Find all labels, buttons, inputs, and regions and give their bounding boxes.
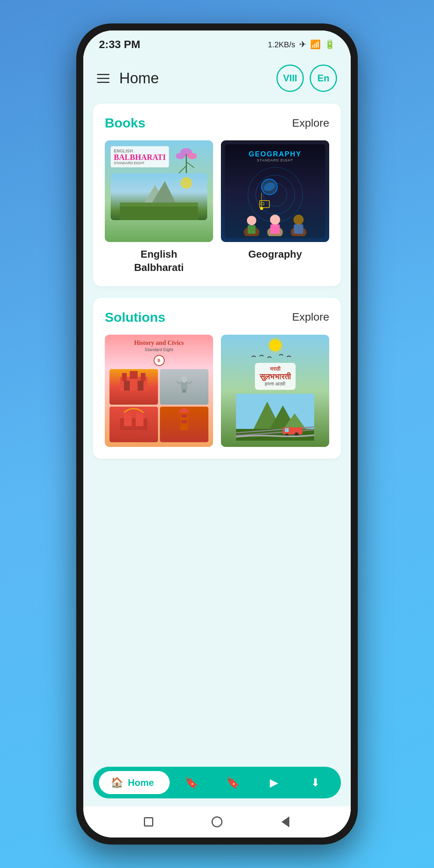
android-home-button[interactable]: [211, 816, 223, 828]
bookmark-filled-icon: 🔖: [185, 776, 198, 789]
svg-marker-44: [178, 407, 190, 412]
nav-home[interactable]: 🏠 Home: [99, 771, 170, 794]
marathi-sun: [269, 339, 281, 351]
history-buildings-grid: [109, 369, 208, 442]
marathi-grade: इयत्ता आठवी: [260, 381, 291, 387]
cover-subtitle-english: STANDARD EIGHT: [114, 161, 166, 165]
home-icon: 🏠: [111, 777, 123, 789]
nav-bookmarks[interactable]: 🔖: [172, 771, 211, 794]
history-cover: History and Civics Standard Eight B: [105, 335, 213, 447]
marathi-landscape: [226, 394, 325, 442]
svg-point-24: [270, 215, 280, 225]
building-arch: [109, 407, 158, 442]
books-title: Books: [105, 115, 145, 131]
app-header: Home VIII En: [83, 55, 351, 100]
solution-history-civics[interactable]: History and Civics Standard Eight B: [105, 335, 213, 447]
download-icon: ⬇: [311, 776, 320, 789]
cover-title-geo: GEOGRAPHY: [249, 150, 301, 158]
svg-rect-41: [124, 412, 132, 426]
marathi-birds: [248, 353, 303, 361]
app-content: Home VIII En Books Explore: [83, 55, 351, 838]
svg-point-37: [181, 375, 187, 383]
svg-line-38: [176, 382, 180, 384]
scroll-area[interactable]: Books Explore ENGLISH BALBHARAT: [83, 100, 351, 761]
svg-point-10: [181, 177, 192, 189]
svg-rect-42: [136, 412, 143, 426]
bookmark-icon: 🔖: [226, 776, 240, 789]
cover-subtitle-geo: STANDARD EIGHT: [257, 158, 293, 162]
svg-rect-25: [271, 224, 280, 234]
history-subtitle: Standard Eight: [109, 347, 208, 352]
books-section: Books Explore ENGLISH BALBHARAT: [93, 104, 341, 286]
history-title: History and Civics: [109, 339, 208, 346]
book-title-english: English Balbharati: [134, 248, 184, 274]
status-bar: 2:33 PM 1.2KB/s ✈ 📶 🔋: [83, 30, 351, 55]
svg-rect-46: [181, 420, 187, 423]
language-badge[interactable]: En: [310, 65, 337, 92]
svg-point-21: [247, 216, 256, 225]
page-title: Home: [119, 70, 159, 87]
books-section-header: Books Explore: [105, 115, 329, 131]
marathi-main-title: सुलभभारती: [260, 372, 291, 381]
grade-badge[interactable]: VIII: [276, 65, 304, 92]
status-icons: 1.2KB/s ✈ 📶 🔋: [268, 39, 335, 50]
svg-rect-32: [141, 373, 145, 381]
geo-cover-art: GEOGRAPHY STANDARD EIGHT: [225, 144, 325, 238]
android-recent-button[interactable]: [143, 816, 154, 828]
marathi-cover: मराठी सुलभभारती इयत्ता आठवी: [221, 335, 329, 447]
svg-line-4: [179, 166, 187, 174]
svg-point-0: [181, 148, 192, 156]
play-icon: ▶: [270, 776, 278, 789]
menu-button[interactable]: [97, 74, 109, 83]
books-explore-link[interactable]: Explore: [292, 117, 329, 129]
svg-rect-45: [181, 414, 187, 418]
svg-point-2: [176, 153, 185, 159]
landscape-art: [111, 173, 207, 220]
books-grid: ENGLISH BALBHARATI STANDARD EIGHT: [105, 140, 329, 274]
header-left: Home: [97, 70, 159, 87]
solutions-title: Solutions: [105, 310, 165, 325]
book-item-geography[interactable]: GEOGRAPHY STANDARD EIGHT: [221, 140, 329, 274]
svg-rect-55: [285, 428, 289, 432]
geo-students: [225, 209, 325, 236]
svg-rect-34: [138, 381, 143, 391]
marathi-text-box: मराठी सुलभभारती इयत्ता आठवी: [255, 363, 296, 390]
nav-download[interactable]: ⬇: [296, 771, 335, 794]
solutions-section: Solutions Explore History and Civics Sta…: [93, 298, 341, 459]
book-cover-geo: GEOGRAPHY STANDARD EIGHT: [221, 140, 329, 242]
history-logo: B: [154, 355, 165, 366]
book-item-english[interactable]: ENGLISH BALBHARATI STANDARD EIGHT: [105, 140, 213, 274]
svg-rect-9: [120, 206, 198, 220]
book-title-geography: Geography: [248, 248, 302, 261]
solutions-section-header: Solutions Explore: [105, 310, 329, 325]
status-time: 2:33 PM: [99, 38, 140, 51]
svg-rect-28: [294, 224, 303, 234]
cover-landscape: [111, 173, 207, 220]
svg-rect-19: [261, 203, 264, 205]
building-tower: [160, 407, 208, 442]
airplane-icon: ✈: [299, 39, 306, 50]
nav-home-label: Home: [128, 777, 154, 788]
phone-screen: 2:33 PM 1.2KB/s ✈ 📶 🔋 Home VIII: [83, 30, 351, 838]
nav-play[interactable]: ▶: [255, 771, 294, 794]
cover-title-english: BALBHARATI: [114, 153, 166, 161]
svg-rect-31: [130, 371, 138, 379]
svg-point-27: [294, 215, 304, 225]
bottom-nav-bar: 🏠 Home 🔖 🔖 ▶: [93, 767, 341, 798]
svg-rect-30: [122, 373, 127, 381]
svg-rect-22: [248, 225, 256, 234]
bottom-nav: 🏠 Home 🔖 🔖 ▶: [83, 761, 351, 806]
nav-saved[interactable]: 🔖: [213, 771, 253, 794]
solutions-explore-link[interactable]: Explore: [292, 311, 329, 323]
network-speed: 1.2KB/s: [268, 40, 295, 49]
building-statue: [160, 369, 208, 405]
solution-marathi[interactable]: मराठी सुलभभारती इयत्ता आठवी: [221, 335, 329, 447]
svg-line-5: [187, 162, 194, 168]
android-back-button[interactable]: [280, 816, 291, 828]
svg-line-39: [188, 382, 192, 384]
phone-frame: 2:33 PM 1.2KB/s ✈ 📶 🔋 Home VIII: [76, 23, 358, 845]
wifi-icon: 📶: [310, 39, 321, 50]
book-cover-english: ENGLISH BALBHARATI STANDARD EIGHT: [105, 140, 213, 242]
solutions-grid: History and Civics Standard Eight B: [105, 335, 329, 447]
android-nav-bar: [83, 806, 351, 838]
